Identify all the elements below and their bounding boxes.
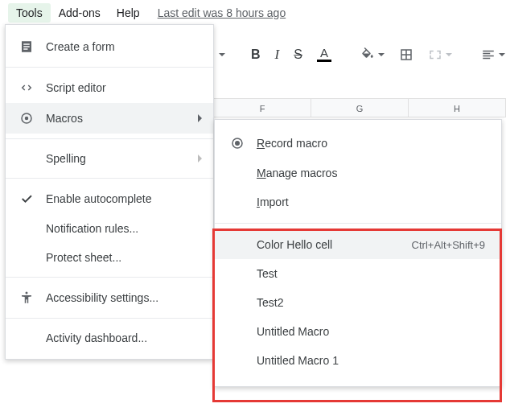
- check-icon: [19, 191, 35, 206]
- column-headers: F G H: [214, 98, 506, 117]
- menu-item-label: Activity dashboard...: [46, 331, 200, 344]
- divider: [6, 178, 213, 179]
- menu-tools[interactable]: Tools: [8, 3, 51, 23]
- merge-icon: [428, 47, 442, 62]
- menubar: Tools Add-ons Help Last edit was 8 hours…: [0, 0, 506, 26]
- menu-item-label: Create a form: [46, 40, 200, 53]
- column-header[interactable]: H: [409, 99, 506, 117]
- divider: [215, 223, 501, 224]
- menu-item-label: Notification rules...: [46, 222, 200, 235]
- menu-item-create-form[interactable]: Create a form: [6, 31, 213, 62]
- chevron-down-icon: [446, 53, 452, 56]
- chevron-down-icon: [499, 53, 505, 56]
- menu-help[interactable]: Help: [109, 3, 148, 23]
- submenu-item-label: Manage macros: [229, 167, 485, 179]
- last-edit-link[interactable]: Last edit was 8 hours ago: [158, 6, 286, 19]
- menu-item-label: Spelling: [46, 152, 200, 165]
- menu-item-macros[interactable]: Macros: [6, 103, 213, 134]
- svg-rect-1: [23, 46, 30, 47]
- menu-item-script-editor[interactable]: Script editor: [6, 72, 213, 103]
- menu-item-label: Macros: [46, 112, 200, 125]
- column-header[interactable]: G: [311, 99, 409, 117]
- menu-help-label: Help: [117, 6, 140, 19]
- submenu-item-label: Test2: [229, 296, 485, 309]
- macros-submenu: Record macro Manage macros Import Color …: [214, 119, 502, 387]
- chevron-down-icon: [378, 53, 385, 56]
- paint-bucket-icon: [360, 47, 375, 62]
- menu-item-enable-autocomplete[interactable]: Enable autocomplete: [6, 183, 213, 214]
- menu-item-notification-rules[interactable]: Notification rules...: [6, 214, 213, 243]
- fill-color-button[interactable]: [357, 44, 388, 65]
- column-header[interactable]: F: [214, 99, 311, 117]
- submenu-item-user-macro[interactable]: Untitled Macro 1: [215, 346, 501, 375]
- divider: [6, 277, 213, 278]
- accessibility-icon: [19, 290, 35, 305]
- menu-addons-label: Add-ons: [59, 6, 101, 19]
- divider: [6, 138, 213, 139]
- bold-button[interactable]: B: [248, 44, 264, 65]
- divider: [6, 67, 213, 68]
- merge-cells-button[interactable]: [425, 44, 455, 65]
- menu-item-protect-sheet[interactable]: Protect sheet...: [6, 243, 213, 272]
- align-icon: [481, 47, 496, 62]
- text-color-icon: A: [317, 47, 331, 62]
- horizontal-align-button[interactable]: [478, 44, 506, 65]
- chevron-right-icon: [198, 154, 202, 163]
- submenu-item-label: Untitled Macro: [229, 325, 485, 338]
- menu-item-label: Enable autocomplete: [46, 192, 200, 205]
- menu-addons[interactable]: Add-ons: [51, 3, 109, 23]
- svg-rect-2: [23, 48, 27, 50]
- submenu-item-user-macro[interactable]: Color Hello cell Ctrl+Alt+Shift+9: [215, 230, 501, 259]
- submenu-item-label: Color Hello cell: [229, 238, 401, 251]
- submenu-item-user-macro[interactable]: Test2: [215, 288, 501, 317]
- submenu-item-import[interactable]: Import: [215, 187, 501, 216]
- record-icon: [19, 111, 35, 126]
- svg-rect-0: [23, 43, 30, 45]
- script-icon: [19, 80, 35, 95]
- submenu-item-label: Untitled Macro 1: [229, 354, 485, 367]
- chevron-right-icon: [198, 114, 202, 122]
- svg-point-4: [25, 117, 29, 121]
- borders-button[interactable]: [396, 44, 417, 65]
- text-color-button[interactable]: A: [314, 44, 335, 65]
- submenu-item-label: Test: [229, 267, 485, 280]
- submenu-item-label: Import: [229, 196, 485, 208]
- menu-tools-label: Tools: [16, 6, 43, 19]
- menu-item-accessibility[interactable]: Accessibility settings...: [6, 282, 213, 313]
- borders-icon: [399, 47, 413, 62]
- toolbar: B I S A: [214, 40, 503, 69]
- divider: [6, 318, 213, 319]
- menu-item-label: Accessibility settings...: [46, 291, 200, 304]
- menu-item-activity-dashboard[interactable]: Activity dashboard...: [6, 323, 213, 352]
- italic-button[interactable]: I: [272, 43, 283, 66]
- menu-item-spelling[interactable]: Spelling: [6, 144, 213, 173]
- menu-item-label: Script editor: [46, 81, 200, 94]
- svg-point-5: [26, 292, 28, 294]
- submenu-item-user-macro[interactable]: Untitled Macro: [215, 317, 501, 346]
- record-icon: [229, 136, 245, 150]
- tools-dropdown: Create a form Script editor Macros Spell…: [5, 24, 214, 360]
- submenu-item-record-macro[interactable]: Record macro: [215, 128, 501, 159]
- svg-point-7: [235, 141, 240, 146]
- submenu-item-label: Record macro: [257, 137, 485, 150]
- strikethrough-button[interactable]: S: [290, 44, 306, 65]
- submenu-item-manage-macros[interactable]: Manage macros: [215, 159, 501, 187]
- submenu-item-user-macro[interactable]: Test: [215, 259, 501, 288]
- dropdown-caret-icon[interactable]: [219, 53, 225, 56]
- shortcut-label: Ctrl+Alt+Shift+9: [412, 239, 485, 251]
- menu-item-label: Protect sheet...: [46, 251, 200, 264]
- form-icon: [19, 39, 35, 54]
